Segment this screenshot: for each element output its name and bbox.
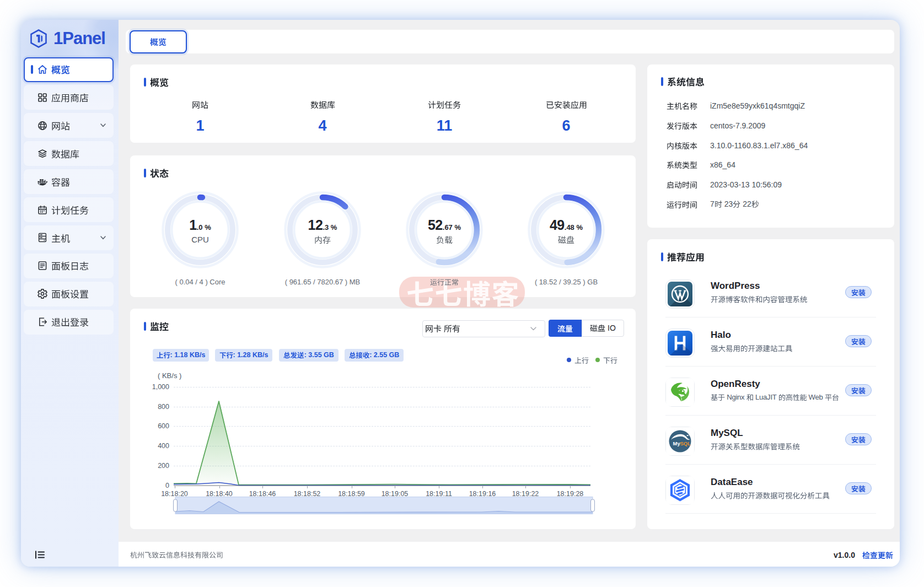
svg-text:My: My [673, 440, 681, 446]
svg-text:SQL: SQL [680, 440, 691, 446]
